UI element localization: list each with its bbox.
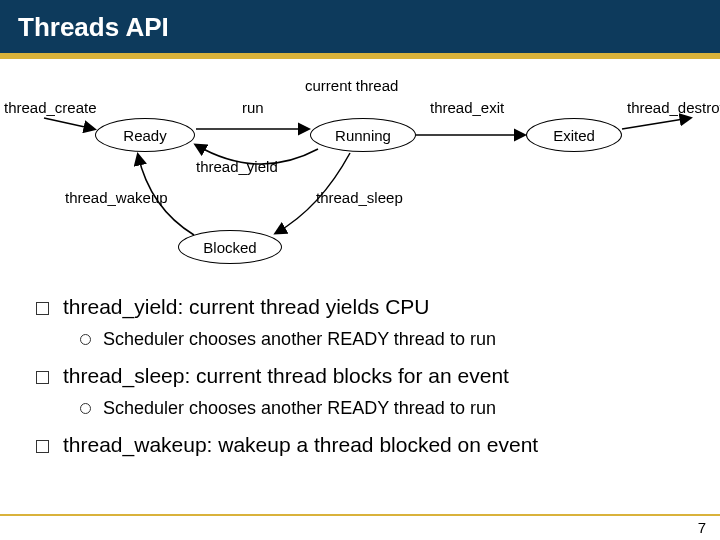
- square-bullet-icon: [36, 440, 49, 453]
- state-blocked: Blocked: [178, 230, 282, 264]
- label-thread-exit: thread_exit: [430, 99, 504, 116]
- footer-rule: [0, 514, 720, 516]
- label-current-thread: current thread: [305, 77, 398, 94]
- label-run: run: [242, 99, 264, 116]
- label-thread-sleep: thread_sleep: [316, 189, 403, 206]
- state-ready: Ready: [95, 118, 195, 152]
- svg-line-0: [44, 118, 94, 129]
- bullet-text: thread_sleep: current thread blocks for …: [63, 364, 509, 388]
- state-running: Running: [310, 118, 416, 152]
- circle-bullet-icon: [80, 403, 91, 414]
- bullet-item: thread_wakeup: wakeup a thread blocked o…: [36, 433, 696, 457]
- slide-title: Threads API: [0, 0, 720, 59]
- label-thread-wakeup: thread_wakeup: [65, 189, 168, 206]
- svg-line-3: [622, 118, 690, 129]
- square-bullet-icon: [36, 371, 49, 384]
- bullet-text: thread_wakeup: wakeup a thread blocked o…: [63, 433, 538, 457]
- sub-bullet-text: Scheduler chooses another READY thread t…: [103, 398, 496, 419]
- page-number: 7: [698, 519, 706, 536]
- sub-bullet-item: Scheduler chooses another READY thread t…: [80, 398, 696, 419]
- bullet-item: thread_sleep: current thread blocks for …: [36, 364, 696, 388]
- sub-bullet-text: Scheduler chooses another READY thread t…: [103, 329, 496, 350]
- sub-bullet-item: Scheduler chooses another READY thread t…: [80, 329, 696, 350]
- arrows: [0, 63, 720, 273]
- state-diagram: Ready Running Exited Blocked thread_crea…: [0, 63, 720, 273]
- state-exited: Exited: [526, 118, 622, 152]
- label-thread-create: thread_create: [4, 99, 97, 116]
- label-thread-destroy: thread_destroy: [627, 99, 720, 116]
- circle-bullet-icon: [80, 334, 91, 345]
- bullet-item: thread_yield: current thread yields CPU: [36, 295, 696, 319]
- bullet-text: thread_yield: current thread yields CPU: [63, 295, 430, 319]
- bullet-list: thread_yield: current thread yields CPUS…: [0, 273, 720, 457]
- label-thread-yield: thread_yield: [196, 158, 278, 175]
- square-bullet-icon: [36, 302, 49, 315]
